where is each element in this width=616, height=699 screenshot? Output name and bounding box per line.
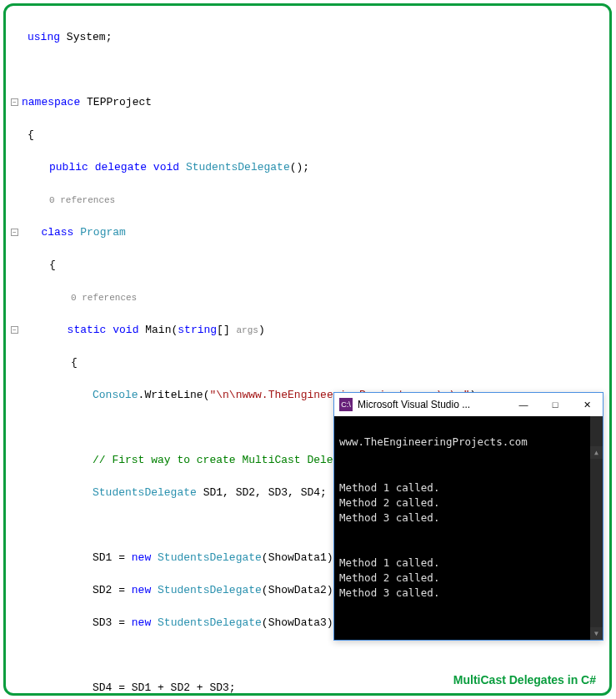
delegate-name: StudentsDelegate bbox=[186, 161, 290, 173]
vs-icon: C:\ bbox=[339, 398, 353, 411]
output-line: Method 2 called. bbox=[339, 496, 439, 509]
scroll-down-icon[interactable]: ▼ bbox=[590, 627, 603, 640]
image-caption: MultiCast Delegates in C# bbox=[453, 673, 596, 686]
fold-icon[interactable]: − bbox=[11, 326, 18, 334]
console-class: Console bbox=[93, 389, 138, 401]
kw-public: public bbox=[49, 161, 88, 173]
minimize-button[interactable]: — bbox=[508, 393, 539, 416]
scrollbar[interactable]: ▲ ▼ bbox=[590, 416, 603, 640]
assign: SD3 = bbox=[93, 616, 132, 629]
scroll-up-icon[interactable]: ▲ bbox=[590, 446, 603, 459]
output-line: Method 2 called. bbox=[339, 571, 439, 584]
output-line: Method 3 called. bbox=[339, 511, 439, 524]
output-line: Method 1 called. bbox=[339, 556, 439, 569]
kw-string: string bbox=[178, 324, 217, 336]
fold-icon[interactable]: − bbox=[11, 98, 18, 106]
output-line: Method 1 called. bbox=[339, 481, 439, 494]
stmt: SD4 = SD1 + SD2 + SD3; bbox=[93, 681, 236, 694]
kw-void: void bbox=[113, 324, 138, 336]
console-window: C:\ Microsoft Visual Studio ... — □ ✕ ww… bbox=[333, 392, 603, 641]
kw-class: class bbox=[41, 226, 73, 239]
kw-delegate: delegate bbox=[95, 161, 147, 173]
writeline-method: WriteLine bbox=[144, 389, 203, 401]
window-title: Microsoft Visual Studio ... bbox=[358, 399, 508, 410]
kw-using: using bbox=[28, 31, 60, 43]
kw-new: new bbox=[132, 616, 151, 629]
type-name: StudentsDelegate bbox=[93, 486, 197, 499]
type-name: StudentsDelegate bbox=[158, 584, 262, 596]
refs-label[interactable]: 0 references bbox=[71, 293, 137, 303]
code-frame: using System; −namespace TEPProject { pu… bbox=[3, 3, 612, 696]
ctor-arg: (ShowData3); bbox=[262, 616, 340, 629]
assign: SD1 = bbox=[93, 551, 132, 564]
kw-new: new bbox=[132, 551, 151, 564]
titlebar[interactable]: C:\ Microsoft Visual Studio ... — □ ✕ bbox=[334, 393, 603, 416]
ctor-arg: (ShowData2); bbox=[262, 584, 340, 596]
fold-icon[interactable]: − bbox=[11, 229, 18, 236]
kw-void: void bbox=[153, 161, 179, 173]
refs-label[interactable]: 0 references bbox=[49, 195, 115, 205]
class-name: Program bbox=[80, 226, 126, 239]
method-main: Main bbox=[145, 324, 171, 336]
ns-system: System bbox=[67, 31, 106, 43]
param-args: args bbox=[237, 325, 258, 335]
kw-namespace: namespace bbox=[22, 96, 80, 108]
kw-new: new bbox=[132, 584, 151, 596]
type-name: StudentsDelegate bbox=[158, 551, 262, 564]
output-line: www.TheEngineeringProjects.com bbox=[339, 435, 528, 448]
output-line: Method 3 called. bbox=[339, 586, 439, 599]
maximize-button[interactable]: □ bbox=[539, 393, 571, 416]
var-decl: SD1, SD2, SD3, SD4; bbox=[197, 486, 327, 499]
type-name: StudentsDelegate bbox=[158, 616, 262, 629]
ctor-arg: (ShowData1); bbox=[262, 551, 340, 564]
close-button[interactable]: ✕ bbox=[571, 393, 603, 416]
assign: SD2 = bbox=[93, 584, 132, 596]
comment: // First way to create MultiCast Delegat… bbox=[93, 454, 359, 466]
kw-static: static bbox=[68, 324, 107, 336]
console-output: www.TheEngineeringProjects.com Method 1 … bbox=[334, 416, 603, 640]
ns-name: TEPProject bbox=[87, 96, 152, 108]
